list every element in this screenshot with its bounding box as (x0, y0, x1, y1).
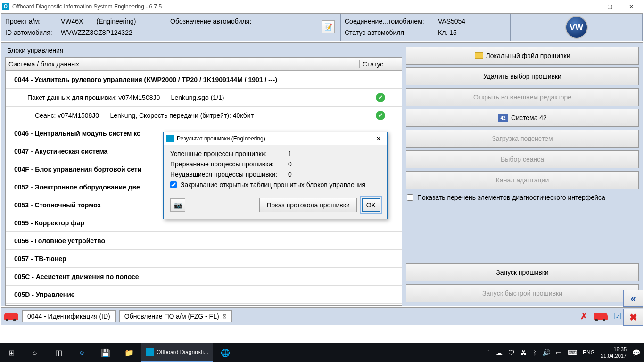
taskbar-left: ⊞ ⌕ ◫ e 💾 📁 Offboard Diagnosti... 🌐 (0, 343, 237, 362)
onedrive-icon[interactable]: ☁ (496, 349, 503, 356)
show-diag-label: Показать перечень элементов диагностичес… (417, 194, 605, 201)
edge-icon[interactable]: e (71, 343, 93, 362)
dialog-app-icon (166, 135, 174, 142)
note-icon[interactable]: 📝 (322, 20, 335, 33)
screenshot-button[interactable]: 📷 (170, 198, 185, 212)
tab-update-label: Обновление ПО а/м (FZG - FL) (124, 313, 219, 320)
maximize-button[interactable]: ▢ (599, 0, 620, 13)
session-select-label: Выбор сеанса (501, 156, 544, 163)
vehicle-icon[interactable] (4, 313, 18, 320)
vw-logo-icon: VW (565, 16, 588, 39)
minimize-button[interactable]: — (577, 0, 599, 13)
failed-label: Неудавшиеся процессы прошивки: (170, 171, 288, 178)
clock[interactable]: 16:35 21.04.2017 (601, 346, 627, 359)
battery-icon[interactable]: ▭ (556, 349, 562, 356)
connection-label: Соединение...томобилем: (345, 16, 434, 27)
table-row[interactable]: 0044 - Усилитель рулевого управления (KW… (6, 71, 402, 89)
start-firmware-button[interactable]: Запуск прошивки (406, 263, 639, 281)
tab-update[interactable]: Обновление ПО а/м (FZG - FL)⊠ (119, 310, 232, 322)
vehicle-icon-2[interactable] (594, 313, 608, 320)
table-row[interactable]: 0057 - ТВ-тюнер (6, 250, 402, 268)
show-protocol-button[interactable]: Показ протокола прошивки (259, 198, 356, 212)
taskbar: ⊞ ⌕ ◫ e 💾 📁 Offboard Diagnosti... 🌐 ˄ ☁ … (0, 343, 644, 362)
table-row[interactable]: 005D - Управление (6, 286, 402, 304)
show-diag-row: Показать перечень элементов диагностичес… (406, 194, 639, 201)
vehicle-status-label: Статус автомобиля: (345, 27, 434, 38)
tab-identification[interactable]: 0044 - Идентификация (ID) (22, 310, 116, 322)
bottom-tabs: 0044 - Идентификация (ID) Обновление ПО … (1, 307, 643, 325)
start-fast-firmware-label: Запуск быстрой прошивки (482, 289, 562, 297)
ok-button[interactable]: OK (362, 198, 380, 212)
checklist-icon[interactable]: ☑ (611, 311, 624, 322)
taskbar-app-2[interactable]: 🌐 (214, 343, 237, 362)
volume-icon[interactable]: 🔊 (542, 349, 550, 356)
close-tables-label: Закрывание открытых таблиц прошитых блок… (181, 181, 365, 189)
col-status[interactable]: Статус (359, 60, 402, 68)
row-text: 005D - Управление (6, 291, 359, 298)
keyboard-icon[interactable]: ⌨ (568, 349, 577, 356)
tab-close-icon[interactable]: ⊠ (222, 313, 227, 320)
search-icon[interactable]: ⌕ (24, 343, 46, 362)
system42-label: Система 42 (511, 114, 547, 122)
language-indicator[interactable]: ENG (583, 349, 595, 356)
taskbar-right: ˄ ☁ 🛡 🖧 ᛒ 🔊 ▭ ⌨ ENG 16:35 21.04.2017 💬 (487, 346, 644, 359)
table-row[interactable]: Сеанс: v074M1508J0___Lenkung, Скорость п… (6, 107, 402, 124)
row-text: 0044 - Усилитель рулевого управления (KW… (6, 76, 359, 83)
tray-up-icon[interactable]: ˄ (487, 349, 490, 356)
session-select-button[interactable]: Выбор сеанса (406, 150, 639, 168)
failed-value: 0 (288, 171, 292, 178)
adapt-channel-button[interactable]: Канал адаптации (406, 171, 639, 189)
folder-icon (475, 52, 483, 59)
open-external-label: Открыть во внешнем редакторе (473, 93, 571, 101)
check-icon: ✓ (376, 111, 385, 120)
project-value: VW46X (61, 16, 83, 27)
cancel-button[interactable]: ✖ (623, 309, 643, 326)
dialog-titlebar: Результат прошивки (Engineering) ✕ (164, 132, 387, 145)
check-icon: ✓ (376, 93, 385, 102)
back-button[interactable]: « (623, 290, 643, 307)
taskview-icon[interactable]: ◫ (47, 343, 70, 362)
close-tables-row: Закрывание открытых таблиц прошитых блок… (170, 181, 380, 189)
vehicle-desig-label: Обозначение автомобиля: (170, 16, 251, 27)
close-tables-checkbox[interactable] (170, 181, 177, 188)
show-diag-checkbox[interactable] (407, 194, 413, 201)
network-icon[interactable]: 🖧 (520, 349, 527, 356)
close-button[interactable]: ✕ (620, 0, 642, 13)
start-button[interactable]: ⊞ (0, 343, 23, 362)
success-label: Успешные процессы прошивки: (170, 150, 288, 157)
local-firmware-button[interactable]: Локальный файл прошивки (406, 47, 639, 65)
vehicle-id-value: WVWZZZ3CZ8P124322 (61, 27, 132, 38)
adapt-channel-label: Канал адаптации (496, 176, 549, 184)
aborted-value: 0 (288, 160, 292, 168)
bluetooth-icon[interactable]: ᛒ (533, 349, 537, 356)
taskbar-app-label: Offboard Diagnosti... (157, 349, 208, 355)
delete-selection-button[interactable]: Удалить выбор прошивки (406, 67, 639, 85)
load-subsystems-button[interactable]: Загрузка подсистем (406, 130, 639, 148)
system42-button[interactable]: 42Система 42 (406, 109, 639, 127)
start-fast-firmware-button[interactable]: Запуск быстрой прошивки (406, 284, 639, 302)
row-status: ✓ (359, 111, 402, 120)
save-icon[interactable]: 💾 (94, 343, 117, 362)
clock-time: 16:35 (601, 346, 627, 353)
dialog-close-button[interactable]: ✕ (373, 135, 384, 142)
notifications-icon[interactable]: 💬 (632, 349, 640, 356)
defender-icon[interactable]: 🛡 (508, 349, 515, 356)
table-header: Система / блок данных Статус (6, 58, 402, 71)
delete-icon[interactable]: ✗ (578, 311, 590, 322)
table-row[interactable]: 005C - Ассистент движения по полосе (6, 268, 402, 286)
taskbar-app-odis[interactable]: Offboard Diagnosti... (141, 343, 213, 362)
row-text: 0055 - Корректор фар (6, 219, 359, 227)
table-row[interactable]: Пакет данных для прошивки: v074M1508J0__… (6, 89, 402, 107)
tab-identification-label: 0044 - Идентификация (ID) (27, 313, 110, 320)
header-logo: VW (511, 14, 643, 41)
explorer-icon[interactable]: 📁 (118, 343, 140, 362)
col-system[interactable]: Система / блок данных (6, 60, 359, 68)
result-dialog: Результат прошивки (Engineering) ✕ Успеш… (163, 132, 388, 219)
dialog-body: Успешные процессы прошивки:1 Прерванные … (164, 145, 387, 193)
dialog-footer: 📷 Показ протокола прошивки OK (164, 193, 387, 219)
open-external-button[interactable]: Открыть во внешнем редакторе (406, 88, 639, 106)
vehicle-status-value: Кл. 15 (438, 27, 457, 38)
dialog-title: Результат прошивки (Engineering) (177, 135, 373, 142)
table-row[interactable]: 0056 - Головное устройство (6, 232, 402, 250)
header-connection: Соединение...томобилем:VAS5054 Статус ав… (341, 14, 511, 41)
